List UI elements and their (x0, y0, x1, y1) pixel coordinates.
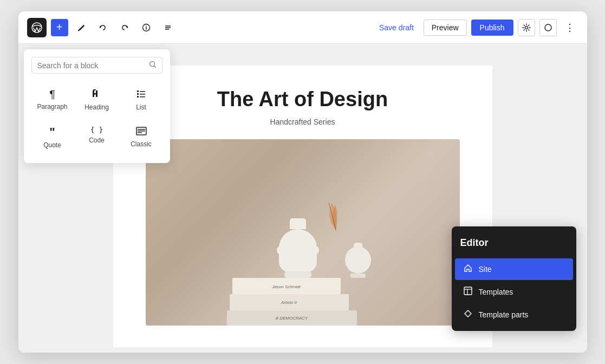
block-item-quote[interactable]: " Quote (31, 120, 74, 155)
block-inserter-panel: ¶ Paragraph Heading (24, 49, 170, 163)
block-item-code[interactable]: { } Code (76, 120, 118, 155)
template-parts-label: Template parts (479, 310, 529, 319)
save-draft-button[interactable]: Save draft (374, 20, 419, 35)
post-content: The Art of Design Handcrafted Series (113, 66, 492, 347)
svg-rect-23 (138, 129, 145, 130)
book-1-text: Jason Schmidt (272, 284, 300, 289)
heading-label: Heading (84, 103, 109, 111)
editor-panel: Editor Site Templates (452, 226, 576, 331)
svg-rect-20 (137, 96, 139, 98)
book-1: Jason Schmidt (232, 278, 341, 295)
svg-point-8 (545, 24, 551, 31)
post-title: The Art of Design (217, 87, 388, 112)
code-icon: { } (90, 126, 103, 133)
svg-point-3 (146, 25, 147, 27)
settings-button[interactable] (518, 19, 535, 36)
book-3-text: A DEMOCRACY (276, 316, 308, 321)
block-item-list[interactable]: List (120, 82, 162, 118)
book-2: Artists II (230, 294, 349, 310)
svg-rect-21 (140, 96, 145, 98)
paragraph-label: Paragraph (37, 103, 67, 110)
block-search-input[interactable] (37, 61, 145, 70)
toolbar: + (18, 11, 587, 44)
block-search-box[interactable] (31, 57, 162, 74)
templates-label: Templates (479, 288, 513, 296)
editor-nav-template-parts[interactable]: Template parts (455, 304, 573, 326)
block-item-classic[interactable]: Classic (120, 120, 162, 155)
undo-button[interactable] (94, 19, 112, 36)
site-icon (464, 264, 472, 275)
svg-rect-16 (137, 90, 139, 92)
post-image-inner: Jason Schmidt Artists II A DEMOCRACY (146, 139, 460, 326)
svg-rect-26 (464, 287, 472, 295)
theme-button[interactable] (539, 19, 557, 36)
books-stack: Jason Schmidt Artists II A DEMOCRACY (227, 261, 379, 326)
templates-icon (464, 287, 472, 297)
vase-handle-right (309, 245, 319, 255)
block-item-paragraph[interactable]: ¶ Paragraph (31, 82, 74, 118)
template-parts-icon (464, 309, 472, 320)
vase-handle-left (277, 245, 287, 255)
main-area: The Art of Design Handcrafted Series (18, 44, 587, 353)
svg-rect-14 (93, 93, 97, 95)
svg-rect-17 (140, 91, 145, 92)
info-button[interactable] (138, 19, 155, 36)
book-2-text: Artists II (281, 300, 297, 305)
list-icon (136, 89, 146, 100)
paragraph-icon: ¶ (49, 89, 55, 100)
heading-icon (92, 89, 102, 100)
editor-nav-templates[interactable]: Templates (455, 281, 573, 303)
post-subtitle: Handcrafted Series (270, 118, 335, 126)
svg-rect-19 (140, 94, 145, 95)
svg-rect-15 (93, 89, 96, 90)
quote-label: Quote (43, 141, 61, 149)
add-block-button[interactable]: + (51, 19, 68, 36)
search-icon (149, 61, 157, 70)
vase-neck (290, 218, 306, 229)
blocks-grid: ¶ Paragraph Heading (31, 82, 162, 155)
post-image: Jason Schmidt Artists II A DEMOCRACY (146, 139, 460, 326)
svg-line-11 (154, 66, 155, 68)
classic-label: Classic (131, 140, 152, 148)
more-options-button[interactable]: ⋮ (561, 19, 578, 36)
quote-icon: " (49, 126, 55, 138)
book-3: A DEMOCRACY (227, 310, 357, 326)
classic-icon (136, 126, 147, 137)
draw-button[interactable] (73, 19, 90, 36)
list-label: List (136, 103, 146, 111)
editor-panel-title: Editor (452, 237, 576, 257)
svg-rect-24 (138, 131, 145, 132)
redo-button[interactable] (116, 19, 133, 36)
code-label: Code (89, 136, 105, 144)
preview-button[interactable]: Preview (424, 20, 467, 36)
svg-point-7 (525, 26, 528, 29)
toolbar-right: Save draft Preview Publish ⋮ (374, 19, 578, 36)
add-icon: + (56, 21, 63, 34)
browser-window: + (18, 11, 587, 353)
list-view-button[interactable] (159, 19, 177, 36)
svg-rect-18 (137, 93, 139, 95)
editor-nav-site[interactable]: Site (455, 258, 573, 280)
site-label: Site (479, 265, 492, 274)
publish-button[interactable]: Publish (471, 20, 513, 36)
block-item-heading[interactable]: Heading (76, 82, 118, 118)
svg-rect-25 (138, 132, 142, 133)
wp-logo-icon (27, 18, 47, 37)
